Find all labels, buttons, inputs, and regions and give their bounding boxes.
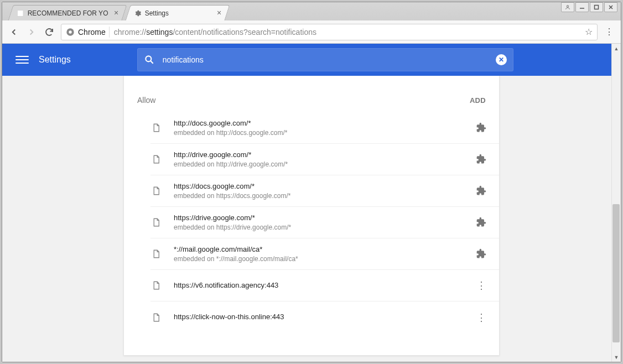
content-area: Settings ✕ Allow ADD http://docs.google.… (2, 44, 621, 362)
site-url: http://drive.google.com/* (174, 150, 475, 160)
search-icon (144, 54, 155, 65)
site-sublabel: embedded on https://drive.google.com/* (174, 223, 475, 232)
svg-point-0 (567, 6, 568, 7)
reload-button[interactable] (43, 26, 55, 38)
site-row: http://drive.google.com/* embedded on ht… (150, 144, 499, 175)
url-text: chrome://settings/content/notifications?… (114, 28, 582, 37)
site-info: *://mail.google.com/mail/ca* embedded on… (174, 245, 475, 264)
clear-search-icon[interactable]: ✕ (496, 54, 507, 65)
svg-rect-3 (18, 10, 24, 16)
address-bar[interactable]: Chrome chrome://settings/content/notific… (61, 24, 598, 40)
chrome-icon (66, 28, 75, 37)
site-info: https://docs.google.com/* embedded on ht… (174, 181, 475, 201)
site-info: https://drive.google.com/* embedded on h… (174, 213, 475, 232)
site-url: https://drive.google.com/* (174, 213, 475, 223)
page-icon (150, 217, 162, 228)
site-row: https://docs.google.com/* embedded on ht… (150, 175, 499, 207)
close-window-button[interactable] (604, 2, 617, 12)
page-icon (150, 154, 162, 165)
scroll-down-icon[interactable]: ▼ (612, 352, 621, 362)
browser-window: RECOMMENDED FOR YO × Settings × Chrome c… (2, 2, 621, 362)
user-button[interactable] (561, 2, 574, 12)
browser-menu-button[interactable]: ⋮ (603, 27, 615, 37)
add-button[interactable]: ADD (470, 96, 486, 105)
forward-button[interactable] (25, 26, 38, 38)
svg-rect-2 (595, 6, 599, 9)
site-sublabel: embedded on *://mail.google.com/mail/ca* (174, 254, 475, 264)
page-icon (150, 280, 162, 291)
extension-icon[interactable] (475, 247, 488, 261)
scrollbar[interactable]: ▲ ▼ (611, 44, 621, 362)
site-row: *://mail.google.com/mail/ca* embedded on… (150, 238, 499, 270)
page-icon (150, 122, 162, 133)
search-input[interactable] (163, 55, 496, 64)
extension-icon[interactable] (475, 121, 488, 134)
site-row: https://click-now-on-this.online:443 ⋮ (150, 301, 499, 333)
maximize-button[interactable] (590, 2, 603, 12)
page-icon (150, 248, 162, 259)
back-button[interactable] (8, 26, 20, 38)
page-icon (17, 9, 24, 17)
site-row: https://drive.google.com/* embedded on h… (150, 207, 499, 238)
extension-icon[interactable] (475, 153, 488, 166)
close-tab-icon[interactable]: × (113, 9, 120, 16)
page-title: Settings (39, 55, 71, 65)
page-icon (150, 185, 162, 196)
site-sublabel: embedded on https://docs.google.com/* (174, 191, 475, 201)
site-row: http://docs.google.com/* embedded on htt… (150, 112, 499, 144)
site-info: https://click-now-on-this.online:443 (174, 312, 475, 322)
browser-toolbar: Chrome chrome://settings/content/notific… (2, 20, 621, 44)
section-title: Allow (137, 96, 155, 105)
extension-icon[interactable] (475, 184, 488, 197)
settings-header: Settings ✕ (2, 44, 621, 76)
svg-line-7 (150, 61, 153, 64)
minimize-button[interactable] (575, 2, 589, 12)
hamburger-menu-icon[interactable] (15, 53, 29, 66)
section-header: Allow ADD (124, 96, 499, 112)
more-menu-icon[interactable]: ⋮ (475, 311, 488, 324)
site-list: http://docs.google.com/* embedded on htt… (124, 112, 499, 333)
site-url: http://docs.google.com/* (174, 118, 475, 128)
site-info: http://drive.google.com/* embedded on ht… (174, 150, 475, 169)
site-info: http://docs.google.com/* embedded on htt… (174, 118, 475, 138)
allow-panel: Allow ADD http://docs.google.com/* embed… (123, 76, 500, 356)
scroll-up-icon[interactable]: ▲ (612, 44, 621, 53)
more-menu-icon[interactable]: ⋮ (475, 279, 488, 292)
page-icon (150, 312, 162, 323)
settings-search[interactable]: ✕ (137, 48, 513, 71)
site-url: https://click-now-on-this.online:443 (174, 312, 475, 322)
bookmark-star-icon[interactable]: ☆ (585, 27, 593, 37)
tab-recommended[interactable]: RECOMMENDED FOR YO × (8, 5, 127, 20)
close-tab-icon[interactable]: × (216, 9, 222, 16)
site-url: *://mail.google.com/mail/ca* (174, 245, 475, 254)
site-sublabel: embedded on http://docs.google.com/* (174, 128, 475, 138)
tab-settings[interactable]: Settings × (125, 5, 230, 20)
window-controls (561, 2, 617, 12)
extension-icon[interactable] (475, 216, 488, 229)
svg-point-5 (69, 30, 71, 33)
gear-icon (134, 9, 142, 17)
site-row: https://v6.notification.agency:443 ⋮ (150, 270, 499, 301)
site-url: https://v6.notification.agency:443 (174, 280, 475, 290)
tab-title: RECOMMENDED FOR YO (28, 9, 108, 17)
site-info: https://v6.notification.agency:443 (174, 280, 475, 290)
scroll-thumb[interactable] (612, 204, 620, 342)
site-sublabel: embedded on http://drive.google.com/* (174, 160, 475, 169)
svg-point-6 (146, 56, 151, 61)
tab-strip: RECOMMENDED FOR YO × Settings × (2, 2, 621, 20)
separator (109, 27, 110, 38)
origin-label: Chrome (78, 28, 106, 37)
site-url: https://docs.google.com/* (174, 181, 475, 191)
tab-title: Settings (145, 9, 169, 17)
